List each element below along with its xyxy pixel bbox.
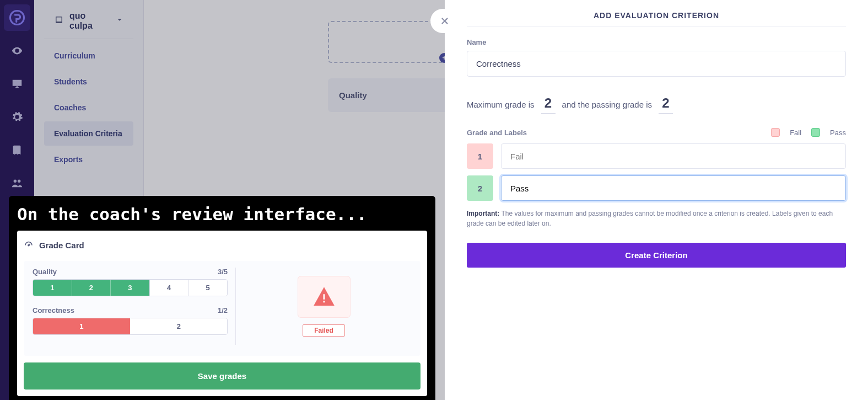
grade-card-title: Grade Card bbox=[39, 241, 84, 250]
correctness-seg-2[interactable]: 2 bbox=[130, 318, 228, 334]
correctness-seg-1[interactable]: 1 bbox=[33, 318, 130, 334]
gauge-icon bbox=[24, 239, 34, 251]
grade-label-input-1[interactable] bbox=[501, 143, 846, 169]
correctness-segbar: 1 2 bbox=[33, 318, 228, 335]
add-criterion-panel: ADD EVALUATION CRITERION Name Maximum gr… bbox=[445, 0, 868, 400]
close-panel-button[interactable] bbox=[430, 9, 459, 33]
grade-labels-label: Grade and Labels bbox=[467, 129, 765, 137]
legend-fail: Fail bbox=[790, 129, 801, 137]
correctness-score: 1/2 bbox=[218, 306, 228, 314]
quality-score: 3/5 bbox=[218, 268, 228, 276]
quality-seg-4[interactable]: 4 bbox=[149, 280, 188, 296]
important-note: Important: The values for maximum and pa… bbox=[467, 209, 846, 228]
create-criterion-button[interactable]: Create Criterion bbox=[467, 243, 846, 268]
correctness-label: Correctness bbox=[33, 306, 74, 314]
max-grade-text-a: Maximum grade is bbox=[467, 100, 535, 109]
failed-badge: Failed bbox=[303, 324, 345, 337]
svg-rect-2 bbox=[323, 294, 325, 300]
passing-grade-input[interactable]: 2 bbox=[659, 95, 673, 114]
failed-status-box bbox=[298, 276, 351, 318]
quality-segbar: 1 2 3 4 5 bbox=[33, 279, 228, 296]
max-grade-text-b: and the passing grade is bbox=[562, 100, 652, 109]
legend-pass: Pass bbox=[830, 129, 846, 137]
svg-rect-3 bbox=[323, 301, 325, 302]
fail-swatch bbox=[771, 128, 780, 137]
max-grade-input[interactable]: 2 bbox=[541, 95, 556, 114]
name-label: Name bbox=[467, 38, 846, 46]
criterion-name-input[interactable] bbox=[467, 51, 846, 77]
quality-seg-3[interactable]: 3 bbox=[110, 280, 149, 296]
panel-title: ADD EVALUATION CRITERION bbox=[467, 0, 846, 27]
quality-seg-5[interactable]: 5 bbox=[188, 280, 227, 296]
save-grades-button[interactable]: Save grades bbox=[24, 362, 420, 390]
grade-label-input-2[interactable] bbox=[501, 175, 846, 201]
quality-seg-1[interactable]: 1 bbox=[33, 280, 72, 296]
pass-swatch bbox=[811, 128, 820, 137]
grade-card: Grade Card Quality3/5 1 2 3 4 5 Correctn… bbox=[17, 231, 427, 396]
quality-seg-2[interactable]: 2 bbox=[72, 280, 111, 296]
legend: Fail Pass bbox=[771, 128, 846, 137]
grade-number-1: 1 bbox=[467, 143, 493, 169]
grade-number-2: 2 bbox=[467, 175, 493, 201]
quality-label: Quality bbox=[33, 268, 57, 276]
tour-title: On the coach's review interface... bbox=[17, 204, 427, 224]
tour-popover: On the coach's review interface... Grade… bbox=[9, 196, 435, 400]
